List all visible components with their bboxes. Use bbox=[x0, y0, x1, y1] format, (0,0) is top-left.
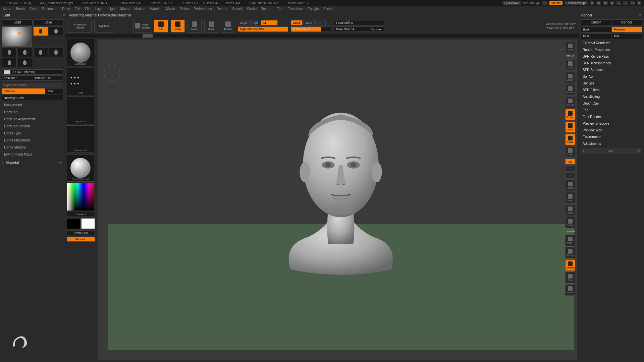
menu-layer[interactable]: Layer bbox=[95, 7, 104, 11]
rotate-button[interactable]: Rotate bbox=[221, 20, 235, 33]
menus-button[interactable]: Menus bbox=[549, 1, 562, 5]
quicksave-button[interactable]: QuickSave bbox=[502, 1, 521, 5]
load-button[interactable]: Load bbox=[2, 19, 33, 25]
move-view-button[interactable]: Move bbox=[565, 192, 575, 203]
tool-section-header[interactable]: ‹ Tool ⟳ bbox=[581, 148, 642, 154]
preview-button[interactable]: Preview bbox=[612, 26, 642, 33]
light-slot-7[interactable] bbox=[2, 58, 17, 67]
polyf-button[interactable]: PolyF bbox=[565, 235, 575, 246]
minimize-icon[interactable]: — bbox=[616, 1, 621, 5]
refresh-icon[interactable]: ⟳ bbox=[63, 13, 65, 17]
stroke-dots[interactable]: Dots bbox=[67, 68, 94, 95]
scroll-button[interactable]: Scroll bbox=[565, 59, 575, 71]
maximize-icon[interactable]: ☐ bbox=[623, 1, 628, 5]
m-button[interactable]: M bbox=[261, 20, 278, 25]
black-swatch[interactable] bbox=[67, 218, 80, 229]
menu-texture[interactable]: Texture bbox=[261, 7, 272, 11]
lights-shadow-item[interactable]: Lights Shadow bbox=[2, 144, 63, 150]
seethrough-value[interactable]: 0 bbox=[542, 1, 547, 5]
zsub-button[interactable]: Zsub bbox=[303, 20, 315, 25]
light-slot-8[interactable] bbox=[18, 58, 33, 67]
menu-light[interactable]: Light bbox=[108, 7, 116, 11]
bpr-button[interactable]: BPR bbox=[565, 42, 575, 53]
draw-size-slider[interactable]: Draw Size 64Dynamic bbox=[334, 26, 384, 32]
light-slot-2[interactable] bbox=[49, 26, 64, 36]
light-preview-sphere[interactable] bbox=[2, 26, 32, 47]
external-renderer-item[interactable]: External Renderer bbox=[581, 40, 642, 46]
ambient-slider[interactable]: Ambient 3 bbox=[4, 76, 32, 80]
best-button[interactable]: Best bbox=[581, 26, 611, 33]
fast-render-item[interactable]: Fast Render bbox=[581, 114, 642, 120]
layout-icon-2[interactable]: ▦ bbox=[596, 1, 601, 5]
menu-transform[interactable]: Transform bbox=[288, 7, 303, 11]
layout-icon-1[interactable]: ▦ bbox=[590, 1, 594, 5]
bpr-renderpass-item[interactable]: BPR RenderPass bbox=[581, 54, 642, 59]
gradient-button[interactable]: Gradient bbox=[67, 212, 95, 217]
bpr-transparency-item[interactable]: BPR Transparency bbox=[581, 60, 642, 66]
material-basic[interactable]: BasicMaterial bbox=[67, 154, 94, 182]
transp-button[interactable]: Transp bbox=[565, 247, 575, 258]
depth-cue-item[interactable]: Depth Cue bbox=[581, 101, 642, 106]
bpr-filters-item[interactable]: BPR Filters bbox=[581, 87, 642, 93]
zcut-button[interactable]: Zcut bbox=[315, 20, 326, 25]
lights-type-item[interactable]: Lights Type bbox=[2, 130, 63, 136]
alpha-off[interactable]: Alpha Off bbox=[67, 97, 94, 124]
solo-button[interactable]: Solo bbox=[565, 272, 575, 283]
switchcolor-button[interactable]: SwitchColor bbox=[67, 230, 95, 235]
menu-stencil[interactable]: Stencil bbox=[232, 7, 242, 11]
quicksketch-button[interactable]: Quick Sketch bbox=[133, 20, 151, 33]
axis-dot-2[interactable]: ○ bbox=[565, 173, 575, 179]
menu-color[interactable]: Color bbox=[30, 7, 38, 11]
lightcap-horizon-item[interactable]: LightCap Horizon bbox=[2, 123, 63, 129]
light-slot-6[interactable] bbox=[49, 48, 64, 57]
focal-shift-slider[interactable]: Focal Shift 0 bbox=[334, 20, 384, 25]
rgb-intensity-slider[interactable]: Rgb Intensity 100 bbox=[238, 26, 288, 32]
z-intensity-slider[interactable]: Z Intensity 25 bbox=[291, 26, 331, 32]
layout-icon-4[interactable]: ▦ bbox=[610, 1, 614, 5]
menu-picker[interactable]: Picker bbox=[180, 7, 189, 11]
antialiasing-item[interactable]: Antialiasing bbox=[581, 94, 642, 100]
white-swatch[interactable] bbox=[81, 218, 95, 229]
zadd-button[interactable]: Zadd bbox=[291, 20, 303, 25]
restore-icon[interactable]: ❐ bbox=[630, 1, 635, 5]
xyz-button[interactable]: Xyz bbox=[565, 159, 575, 165]
layout-icon-3[interactable]: ▦ bbox=[603, 1, 608, 5]
distance-slider[interactable]: Distance 100 bbox=[34, 76, 62, 80]
timeline[interactable] bbox=[65, 34, 579, 38]
menu-document[interactable]: Document bbox=[42, 7, 58, 11]
viewport[interactable]: BPR SPix 3 Scroll Zoom Actual AAHalf Per… bbox=[98, 40, 577, 360]
draw-button[interactable]: Draw bbox=[171, 20, 185, 33]
menu-macro[interactable]: Macro bbox=[120, 7, 130, 11]
bpr-shadow-item[interactable]: BPR Shadow bbox=[581, 67, 642, 73]
cursor-tab[interactable]: Cursor bbox=[581, 19, 611, 25]
flat-button[interactable]: Flat bbox=[612, 33, 642, 39]
light-slot-1[interactable] bbox=[33, 26, 48, 36]
close-icon[interactable]: ✕ bbox=[637, 1, 641, 5]
intensity-curve-button[interactable]: Intensity Curve bbox=[2, 95, 63, 101]
lightcap-adjustment-item[interactable]: LightCap Adjustment bbox=[2, 116, 63, 122]
lightcap-item[interactable]: LightCap bbox=[2, 109, 63, 115]
collapse-icon[interactable]: ⊖ bbox=[2, 161, 4, 164]
alternate-button[interactable]: Alternate bbox=[67, 237, 95, 242]
dynamic-button[interactable]: Dynamic bbox=[565, 259, 575, 271]
rgb-button[interactable]: Rgb bbox=[250, 20, 261, 25]
menu-stroke[interactable]: Stroke bbox=[247, 7, 257, 11]
bpr-sss-item[interactable]: Bpr Sss bbox=[581, 80, 642, 86]
shadow-button[interactable]: Shadow bbox=[2, 88, 45, 94]
menu-movie[interactable]: Movie bbox=[166, 7, 175, 11]
preview-shadows-item[interactable]: Preview Shadows bbox=[581, 121, 642, 126]
refresh-icon-tool[interactable]: ⟳ bbox=[637, 149, 640, 153]
lights-placement-item[interactable]: Lights Placement bbox=[2, 137, 63, 143]
light-slot-3[interactable] bbox=[2, 48, 17, 57]
menu-edit[interactable]: Edit bbox=[75, 7, 80, 11]
scale-view-button[interactable]: Scale bbox=[565, 204, 575, 216]
scale-button[interactable]: Scale bbox=[204, 20, 218, 33]
menu-marker[interactable]: Marker bbox=[134, 7, 145, 11]
menu-render[interactable]: Render bbox=[217, 7, 228, 11]
sss-button[interactable]: Sss bbox=[46, 88, 63, 94]
light-slot-4[interactable] bbox=[18, 48, 33, 57]
lsym-button[interactable]: LSym bbox=[565, 146, 575, 158]
axis-dot[interactable]: ○ bbox=[565, 166, 575, 172]
save-button[interactable]: Save bbox=[33, 19, 64, 25]
environment-maps-item[interactable]: Environment Maps bbox=[2, 152, 63, 157]
